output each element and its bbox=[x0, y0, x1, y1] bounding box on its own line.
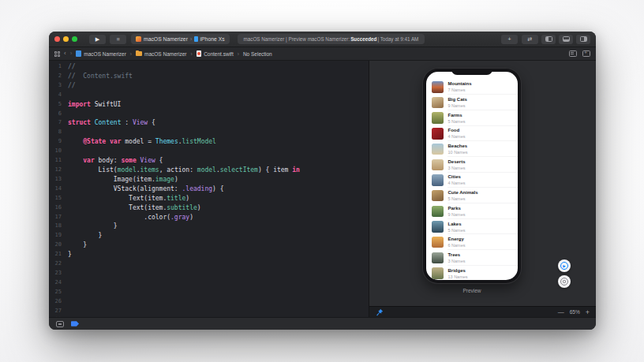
list-item[interactable]: Beaches10 Names bbox=[426, 141, 518, 157]
zoom-window-button[interactable] bbox=[72, 36, 77, 42]
list-item[interactable]: Mountains7 Names bbox=[426, 80, 518, 95]
list-item[interactable]: Energy6 Names bbox=[426, 234, 518, 250]
code-line[interactable]: 15 Text(item.title) bbox=[49, 194, 369, 203]
code-line[interactable]: 3// bbox=[49, 81, 369, 91]
code-line[interactable]: 4 bbox=[49, 91, 369, 100]
list-item[interactable]: Lakes5 Names bbox=[426, 219, 518, 235]
line-number[interactable]: 1 bbox=[49, 62, 68, 72]
line-number[interactable]: 23 bbox=[49, 269, 68, 278]
line-number[interactable]: 20 bbox=[49, 241, 68, 250]
code-line[interactable]: 19 } bbox=[49, 231, 369, 241]
line-number[interactable]: 13 bbox=[49, 175, 68, 185]
code-line[interactable]: 21} bbox=[49, 250, 369, 259]
line-number[interactable]: 2 bbox=[49, 72, 68, 81]
zoom-level[interactable]: 65% bbox=[570, 309, 580, 315]
toggle-debug-area-button[interactable] bbox=[559, 35, 573, 44]
code-line[interactable]: 24 bbox=[49, 278, 369, 288]
breadcrumb-selection[interactable]: No Selection bbox=[243, 51, 272, 57]
line-number[interactable]: 16 bbox=[49, 203, 68, 213]
stop-button[interactable]: ■ bbox=[110, 35, 126, 44]
line-number[interactable]: 14 bbox=[49, 185, 68, 194]
code-line[interactable]: 12 List(model.items, action: model.selec… bbox=[49, 166, 369, 175]
live-preview-button[interactable]: ▶ bbox=[558, 259, 571, 272]
related-items-icon[interactable] bbox=[54, 51, 60, 57]
jump-bar: ‹ › macOS Namerizer › macOS Namerizer › … bbox=[49, 47, 596, 61]
line-number[interactable]: 12 bbox=[49, 166, 68, 175]
code-line[interactable]: 25 bbox=[49, 288, 369, 297]
line-number[interactable]: 15 bbox=[49, 194, 68, 203]
forward-button[interactable]: › bbox=[70, 50, 73, 57]
code-line[interactable]: 18 } bbox=[49, 222, 369, 231]
code-line[interactable]: 16 Text(item.subtitle) bbox=[49, 203, 369, 213]
line-number[interactable]: 3 bbox=[49, 81, 68, 91]
list-item[interactable]: Food4 Names bbox=[426, 126, 518, 142]
line-number[interactable]: 11 bbox=[49, 156, 68, 166]
toggle-navigator-button[interactable] bbox=[541, 35, 556, 44]
breadcrumb-project[interactable]: macOS Namerizer bbox=[76, 50, 125, 57]
line-number[interactable]: 17 bbox=[49, 213, 68, 222]
code-line[interactable]: 26 bbox=[49, 297, 369, 307]
code-line[interactable]: 28 bbox=[49, 315, 369, 317]
line-number[interactable]: 27 bbox=[49, 307, 68, 316]
list-item[interactable]: Trees3 Names bbox=[426, 250, 518, 266]
code-line[interactable]: 7struct Content : View { bbox=[49, 118, 369, 128]
line-number[interactable]: 28 bbox=[49, 315, 68, 317]
code-line[interactable]: 1// bbox=[49, 62, 369, 72]
pin-icon[interactable] bbox=[376, 308, 384, 316]
line-number[interactable]: 24 bbox=[49, 278, 68, 288]
line-number[interactable]: 19 bbox=[49, 231, 68, 241]
line-number[interactable]: 6 bbox=[49, 110, 68, 119]
list-item[interactable]: Bridges13 Names bbox=[426, 266, 518, 280]
list-item[interactable]: Cities4 Names bbox=[426, 173, 518, 188]
add-editor-icon[interactable] bbox=[582, 50, 590, 57]
code-line[interactable]: 5import SwiftUI bbox=[49, 100, 369, 110]
line-number[interactable]: 4 bbox=[49, 91, 68, 100]
line-number[interactable]: 25 bbox=[49, 288, 68, 297]
list-item[interactable]: Big Cats9 Names bbox=[426, 95, 518, 110]
code-line[interactable]: 22 bbox=[49, 259, 369, 269]
code-line[interactable]: 11 var body: some View { bbox=[49, 156, 369, 166]
minimize-window-button[interactable] bbox=[63, 36, 69, 42]
code-line[interactable]: 2// Content.swift bbox=[49, 72, 369, 81]
back-button[interactable]: ‹ bbox=[64, 50, 66, 57]
adjust-editor-bottom-icon[interactable] bbox=[56, 321, 64, 327]
line-number[interactable]: 5 bbox=[49, 100, 68, 110]
breadcrumb-file[interactable]: Content.swift bbox=[197, 50, 234, 57]
breakpoint-icon[interactable] bbox=[71, 321, 79, 327]
code-line[interactable]: 6 bbox=[49, 110, 369, 119]
list-item[interactable]: Parks9 Names bbox=[426, 203, 518, 219]
library-add-button[interactable]: + bbox=[501, 35, 518, 44]
zoom-out-button[interactable]: — bbox=[558, 308, 564, 315]
source-editor[interactable]: 1//2// Content.swift3//45import SwiftUI6… bbox=[49, 61, 369, 317]
code-line[interactable]: 17 .color(.gray) bbox=[49, 213, 369, 222]
line-number[interactable]: 8 bbox=[49, 128, 68, 137]
code-line[interactable]: 23 bbox=[49, 269, 369, 278]
code-line[interactable]: 14 VStack(alignment: .leading) { bbox=[49, 185, 369, 194]
list-item[interactable]: Cute Animals5 Names bbox=[426, 188, 518, 203]
code-line[interactable]: 8 bbox=[49, 128, 369, 137]
zoom-in-button[interactable]: + bbox=[586, 308, 590, 316]
run-button[interactable]: ▶ bbox=[89, 35, 106, 44]
breadcrumb-group[interactable]: macOS Namerizer bbox=[136, 51, 186, 57]
list-item[interactable]: Deserts3 Names bbox=[426, 157, 518, 173]
line-number[interactable]: 7 bbox=[49, 118, 68, 128]
close-window-button[interactable] bbox=[54, 36, 60, 42]
code-line[interactable]: 20 } bbox=[49, 241, 369, 250]
line-number[interactable]: 22 bbox=[49, 259, 68, 269]
line-number[interactable]: 10 bbox=[49, 147, 68, 156]
line-number[interactable]: 21 bbox=[49, 250, 68, 259]
code-line[interactable]: 10 bbox=[49, 147, 369, 156]
adjust-editor-options-icon[interactable] bbox=[569, 50, 577, 57]
line-number[interactable]: 9 bbox=[49, 137, 68, 147]
code-line[interactable]: 27 bbox=[49, 307, 369, 316]
iphone-screen[interactable]: Mountains7 NamesBig Cats9 NamesFarms5 Na… bbox=[426, 72, 518, 280]
toggle-inspector-button[interactable] bbox=[576, 35, 590, 44]
code-line[interactable]: 9 @State var model = Themes.listModel bbox=[49, 137, 369, 147]
preview-on-device-button[interactable] bbox=[558, 275, 571, 288]
scheme-selector[interactable]: macOS Namerizer › iPhone Xs bbox=[131, 34, 230, 44]
line-number[interactable]: 26 bbox=[49, 297, 68, 307]
code-review-button[interactable]: ⇄ bbox=[522, 35, 538, 44]
code-line[interactable]: 13 Image(item.image) bbox=[49, 175, 369, 185]
list-item[interactable]: Farms5 Names bbox=[426, 110, 518, 126]
line-number[interactable]: 18 bbox=[49, 222, 68, 231]
